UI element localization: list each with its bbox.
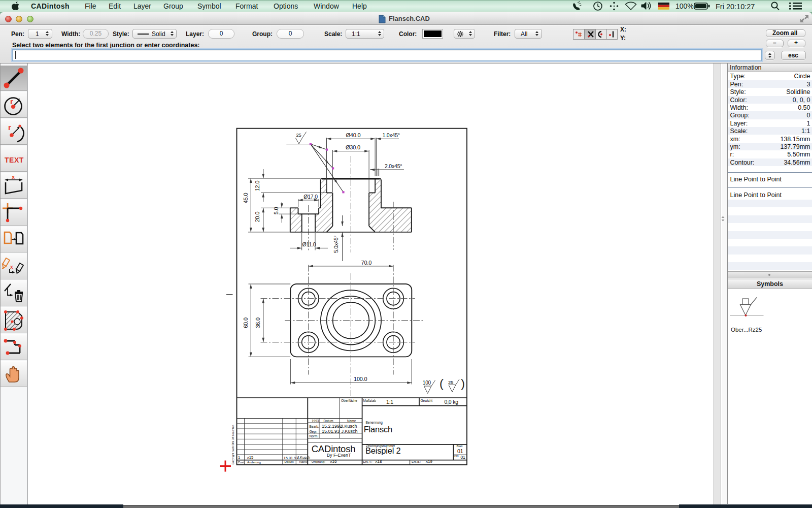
svg-text:Ø40.0: Ø40.0 [346,132,361,138]
svg-text:25: 25 [296,132,301,138]
svg-text:Blatt: Blatt [457,444,463,448]
svg-text:Datum: Datum [324,419,333,423]
svg-text:Ers.d.:: Ers.d.: [412,460,421,463]
svg-text:5.0: 5.0 [273,207,279,215]
svg-text:von: von [454,454,459,457]
svg-text:(: ( [439,376,444,390]
svg-text:60.0: 60.0 [243,318,249,328]
svg-text:Zust.: Zust. [238,460,245,464]
svg-text:ʌ15: ʌ15 [247,455,253,460]
svg-text:Gepr.: Gepr. [310,430,318,434]
svg-text:Maßstab: Maßstab [363,399,377,402]
svg-text:70.0: 70.0 [361,260,372,266]
svg-text:Bearb.: Bearb. [310,425,319,428]
svg-text:15.01.93: 15.01.93 [322,429,340,434]
svg-text:By F-EvenT: By F-EvenT [327,453,351,458]
svg-text:x: x [10,264,13,270]
svg-text:Oberfläche: Oberfläche [341,399,357,402]
svg-text:Flansch: Flansch [364,425,392,434]
svg-text:Name: Name [347,419,356,423]
svg-text:15.01.93: 15.01.93 [284,456,298,460]
svg-text:100: 100 [423,380,431,386]
svg-text:1:1: 1:1 [386,399,393,405]
svg-text:Änderung: Änderung [247,460,261,464]
svg-text:ʌ16: ʌ16 [330,459,337,464]
svg-text:r: r [8,123,11,132]
svg-text:20.0: 20.0 [254,212,260,223]
svg-text:1993: 1993 [312,419,319,423]
svg-text:Ø11.0: Ø11.0 [302,241,316,247]
svg-text:1: 1 [238,455,240,460]
svg-text:Datum: Datum [285,460,294,463]
svg-text:Ø30.0: Ø30.0 [346,144,360,150]
svg-text:01: 01 [457,448,463,454]
svg-text:ʌ19: ʌ19 [426,459,432,464]
svg-text:5.0x45°: 5.0x45° [333,236,340,253]
svg-text:0,0 kg: 0,0 kg [445,399,459,405]
svg-text:Fri 20:10:27: Fri 20:10:27 [716,3,755,11]
svg-text:12.0: 12.0 [254,181,260,192]
svg-text:): ) [461,376,465,390]
svg-text:Copyright nach DIN 34 beachten: Copyright nach DIN 34 beachten [231,425,234,464]
svg-text:Norm.: Norm. [310,434,319,438]
svg-text:45.0: 45.0 [243,193,249,204]
svg-text:x: x [12,174,15,180]
svg-text:J.Kusch: J.Kusch [341,424,357,429]
svg-text:r: r [10,97,13,106]
svg-text:Beispiel 2: Beispiel 2 [365,446,401,455]
svg-text:Benennung: Benennung [366,421,383,425]
svg-text:J.Kusch: J.Kusch [297,455,311,460]
svg-text:2.0x45°: 2.0x45° [385,163,402,169]
svg-text:Gewicht: Gewicht [421,399,433,402]
svg-text:Ers. f.:: Ers. f.: [363,460,373,463]
svg-text:36.0: 36.0 [255,318,261,328]
svg-text:15.2.1992: 15.2.1992 [322,424,342,429]
svg-text:Ø17.0: Ø17.0 [303,194,318,200]
svg-text:01: 01 [461,455,466,460]
svg-text:1.0x45°: 1.0x45° [383,132,400,138]
svg-text:Ursprung:: Ursprung: [312,460,325,463]
svg-text:Name: Name [299,460,308,463]
svg-text:100.0: 100.0 [354,376,367,382]
svg-text:100%: 100% [675,2,694,10]
svg-text:ʌ18: ʌ18 [376,459,382,464]
svg-text:25: 25 [448,379,453,385]
svg-text:J.Kusch: J.Kusch [342,429,358,434]
svg-text:TEXT: TEXT [5,156,24,164]
